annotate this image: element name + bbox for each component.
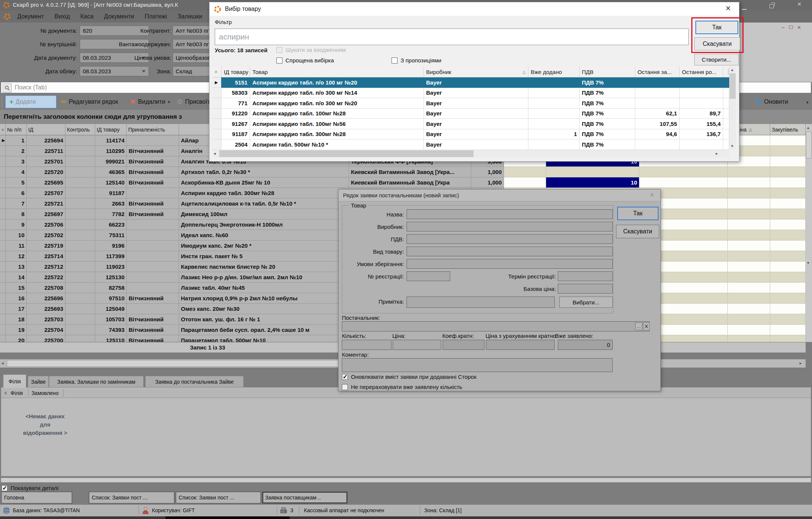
menu-item-1[interactable]: Документ [17, 13, 44, 20]
price-field[interactable] [393, 340, 441, 350]
toolbar-grip[interactable] [1, 97, 3, 107]
product-grid-hscrollbar[interactable]: ◂ ▸ [212, 150, 729, 157]
ok-button[interactable]: Так [695, 21, 738, 34]
product-grid-vscrollbar[interactable]: ▴ ▾ [729, 67, 736, 150]
scroll-down-icon[interactable]: ▾ [807, 261, 809, 265]
table-row[interactable]: 91220Аспирин кардио табл. 100мг №28Bayer… [212, 109, 729, 119]
scroll-down-icon[interactable]: ▾ [731, 144, 733, 148]
menu-item-6[interactable]: Залишки [178, 13, 202, 20]
window-button-4[interactable]: Заявка поставщикам .. [262, 492, 348, 504]
menu-item-2[interactable]: Вихід [55, 13, 70, 20]
restore-button[interactable] [770, 3, 774, 10]
column-header-manufacturer[interactable]: Виробник△ [424, 67, 528, 77]
column-header-prod_id[interactable]: ІД товару [95, 124, 127, 135]
table-row[interactable]: ▶5151Аспирин кардио табл. п/о 100 мг №20… [212, 77, 729, 88]
detail-panel-hscrollbar[interactable] [1, 478, 811, 483]
scroll-right-icon[interactable]: ▸ [800, 361, 802, 365]
column-header-stub[interactable]: ⋮ [723, 67, 729, 77]
scroll-up-icon[interactable]: ▴ [807, 126, 809, 130]
hscroll-thumb[interactable] [219, 150, 474, 157]
column-header-num[interactable]: № п/п [6, 124, 27, 135]
window-button-3[interactable]: Список: Заявки пост ... [176, 492, 261, 504]
delete-button[interactable]: ✖ Видалити ▾ [130, 95, 170, 108]
simple-select-checkbox[interactable]: Спрощена вибірка [276, 57, 334, 64]
menu-item-5[interactable]: Платежі [145, 13, 167, 20]
menu-item-3[interactable]: Каса [80, 13, 93, 20]
column-header-ind[interactable]: ≡ [0, 124, 6, 135]
cell-last_retail [680, 98, 723, 109]
detail-col-ordered[interactable]: Замовлено [32, 390, 59, 396]
mdi-close-icon[interactable]: × [797, 24, 801, 30]
column-header-id[interactable]: ІД [27, 124, 65, 135]
scroll-left-icon[interactable]: ◂ [214, 151, 216, 156]
update-order-checkbox[interactable]: Оновлювати вміст заявки при додаванні Ст… [342, 374, 477, 380]
menu-item-4[interactable]: Документи [104, 13, 134, 20]
table-row[interactable]: 771Аспирин кардио табл. п/о 300 мг №20Ba… [212, 98, 729, 109]
cancel-button[interactable]: Скасувати [616, 225, 659, 238]
main-grid-vscrollbar[interactable]: ▴ ▾ [806, 124, 812, 342]
create-button[interactable]: Створити... [694, 54, 739, 65]
tab-1[interactable]: Філія [3, 374, 26, 388]
manufacturer-field[interactable] [407, 222, 613, 232]
tab-3[interactable]: Заявка. Залишки по замінникам [49, 376, 144, 388]
refresh-button[interactable]: ↻ Оновити [755, 95, 788, 108]
comment-field[interactable] [342, 358, 613, 372]
column-header-ind[interactable]: ≡ [212, 67, 222, 77]
mdi-minimize-icon[interactable]: – [782, 24, 785, 30]
column-header-last_retail[interactable]: Остання ро... [680, 67, 723, 77]
table-row[interactable]: 58303Аспирин кардио табл. п/о 300 мг №14… [212, 88, 729, 98]
no-recalc-checkbox[interactable]: Не перераховувати вже заявлену кількість [342, 384, 462, 390]
close-icon[interactable]: × [725, 3, 731, 14]
column-header-name[interactable]: Товар [250, 67, 424, 77]
close-icon[interactable]: × [797, 1, 801, 8]
vscroll-thumb[interactable] [730, 73, 736, 99]
table-row[interactable]: 91187Аспирин кардио табл. 300мг №28Bayer… [212, 129, 729, 140]
detail-col-branch[interactable]: Філія [11, 390, 23, 396]
tab-4[interactable]: Заявка до постачальника Зайве [145, 376, 244, 388]
base-price-field[interactable] [558, 284, 613, 294]
supplier-clear-button[interactable]: X [643, 322, 650, 330]
scroll-up-icon[interactable]: ▴ [731, 68, 733, 72]
tab-2[interactable]: Зайве [28, 376, 49, 388]
table-row[interactable]: 5225695125140ВітчизнянийАскорбинка-КВ ды… [0, 177, 806, 188]
multiple-field[interactable] [443, 340, 484, 350]
mdi-restore-icon[interactable] [789, 26, 793, 29]
scroll-right-icon[interactable]: ▸ [716, 151, 718, 156]
window-button-1[interactable]: Головна [1, 492, 72, 504]
reg-term-field[interactable] [558, 271, 613, 281]
column-header-added[interactable]: Вже додано [528, 67, 580, 77]
scroll-left-icon[interactable]: ◂ [2, 361, 4, 365]
column-header-control[interactable]: Контроль [65, 124, 95, 135]
add-button[interactable]: + Додати [5, 95, 56, 108]
reg-no-field[interactable] [407, 271, 450, 281]
close-icon[interactable]: × [650, 191, 654, 199]
supplier-browse-button[interactable]: ... [635, 322, 642, 330]
note-field[interactable] [407, 297, 555, 308]
filter-input[interactable]: аспирин [215, 29, 689, 45]
kind-field[interactable] [407, 247, 613, 256]
ok-button[interactable]: Так [617, 207, 659, 220]
vscroll-thumb[interactable] [806, 132, 812, 159]
column-header-vat[interactable]: ПДВ [580, 67, 635, 77]
table-row[interactable]: 422572046365ВітчизнянийАртихол табл. 0,2… [0, 167, 806, 177]
storage-field[interactable] [407, 259, 613, 269]
supplier-combo[interactable] [342, 321, 650, 331]
show-details-checkbox[interactable]: Показувати деталі [2, 485, 58, 491]
table-row[interactable]: 91267Аспирин кардио табл. 100мг №56Bayer… [212, 119, 729, 129]
edit-row-button[interactable]: ✏ Редагувати рядок [61, 95, 118, 108]
cancel-button[interactable]: Скасувати [694, 37, 740, 50]
window-button-2[interactable]: Список: Заявки пост ... [89, 492, 175, 504]
table-row[interactable]: 2504Аспирин табл. 500мг №10 *BayerПДВ 7% [212, 139, 729, 150]
price-mult-field[interactable] [486, 340, 555, 350]
with-proposals-checkbox[interactable]: З пропозиціями [392, 57, 441, 64]
refresh-dropdown-icon[interactable]: ▾ [806, 100, 809, 105]
vat-field[interactable] [407, 234, 613, 244]
assign-button[interactable]: ⚙ Присвоїт [177, 95, 209, 108]
column-header-x4[interactable]: Закупівель [770, 124, 806, 135]
choose-button[interactable]: Вибрати... [559, 297, 613, 308]
column-header-last_order[interactable]: Остання за... [635, 67, 680, 77]
column-header-id[interactable]: ІД товару [222, 67, 250, 77]
name-field[interactable] [407, 209, 613, 219]
column-header-origin[interactable]: Приналежність [127, 124, 179, 135]
qty-field[interactable] [342, 340, 392, 350]
